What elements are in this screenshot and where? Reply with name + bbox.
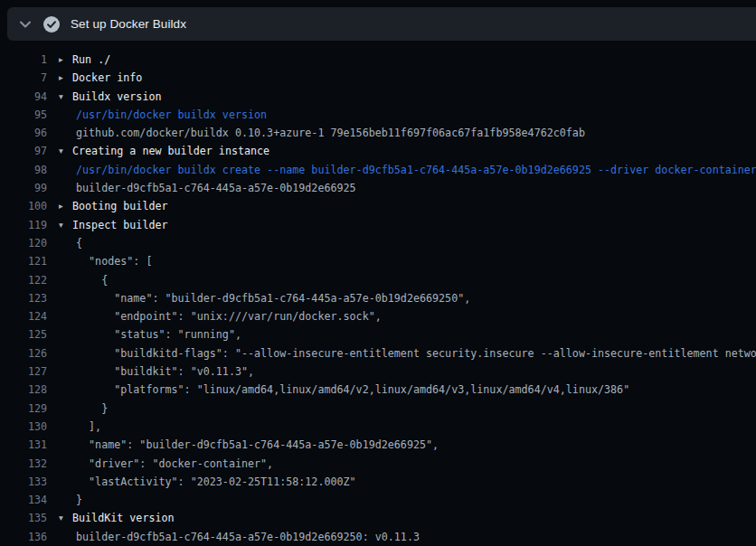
line-text: "buildkitd-flags": "--allow-insecure-ent… <box>72 344 756 362</box>
log-container: 1 ▸ Run ./ 7 ▸ Docker info 94 ▾ Buildx v… <box>0 41 756 546</box>
line-number[interactable]: 129 <box>0 400 47 418</box>
line-text: "driver": "docker-container", <box>72 455 756 473</box>
line-number[interactable]: 95 <box>0 106 47 124</box>
log-line: 96 github.com/docker/buildx 0.10.3+azure… <box>0 124 756 142</box>
toggle-icon <box>47 491 72 509</box>
toggle-icon <box>47 252 72 270</box>
toggle-icon <box>47 271 72 289</box>
line-text: "name": "builder-d9cfb5a1-c764-445a-a57e… <box>72 289 756 307</box>
line-text: "status": "running", <box>72 325 756 344</box>
toggle-icon <box>47 234 72 252</box>
line-number[interactable]: 134 <box>0 491 47 509</box>
log-line: 121 "nodes": [ <box>0 252 756 270</box>
group-title[interactable]: Booting builder <box>72 197 756 215</box>
log-line: 94 ▾ Buildx version <box>0 88 756 106</box>
line-number[interactable]: 7 <box>0 69 47 87</box>
line-text: ], <box>72 418 756 436</box>
log-line: 127 "buildkit": "v0.11.3", <box>0 362 756 381</box>
line-number[interactable]: 133 <box>0 473 47 491</box>
line-number[interactable]: 122 <box>0 271 47 289</box>
log-line: 100 ▸ Booting builder <box>0 197 756 215</box>
line-number[interactable]: 96 <box>0 124 47 142</box>
log-line: 131 "name": "builder-d9cfb5a1-c764-445a-… <box>0 436 756 454</box>
group-expanded-icon[interactable]: ▾ <box>47 216 72 234</box>
log-line: 97 ▾ Creating a new builder instance <box>0 142 756 160</box>
line-text: builder-d9cfb5a1-c764-445a-a57e-0b19d2e6… <box>72 179 756 197</box>
line-number[interactable]: 130 <box>0 418 47 436</box>
group-title[interactable]: Inspect builder <box>72 216 756 234</box>
line-number[interactable]: 120 <box>0 234 47 252</box>
line-number[interactable]: 99 <box>0 179 47 197</box>
line-text: builder-d9cfb5a1-c764-445a-a57e-0b19d2e6… <box>72 528 756 546</box>
log-line: 125 "status": "running", <box>0 325 756 344</box>
group-collapsed-icon[interactable]: ▸ <box>47 69 72 87</box>
line-text: "platforms": "linux/amd64,linux/amd64/v2… <box>72 381 756 399</box>
toggle-icon <box>47 436 72 454</box>
toggle-icon <box>47 400 72 418</box>
line-number[interactable]: 136 <box>0 528 47 546</box>
line-number[interactable]: 97 <box>0 142 47 160</box>
log-line: 133 "lastActivity": "2023-02-25T11:58:12… <box>0 473 756 491</box>
line-number[interactable]: 125 <box>0 325 47 344</box>
toggle-icon <box>47 344 72 362</box>
line-text: { <box>72 271 756 289</box>
line-number[interactable]: 123 <box>0 289 47 307</box>
group-expanded-icon[interactable]: ▾ <box>47 142 72 160</box>
step-header-row[interactable]: Set up Docker Buildx <box>7 7 756 41</box>
log-line: 119 ▾ Inspect builder <box>0 216 756 234</box>
group-title[interactable]: Run ./ <box>72 51 756 69</box>
chevron-down-icon[interactable] <box>7 21 43 28</box>
line-number[interactable]: 127 <box>0 362 47 381</box>
log-line: 130 ], <box>0 418 756 436</box>
group-title[interactable]: Docker info <box>72 69 756 87</box>
group-collapsed-icon[interactable]: ▸ <box>47 51 72 69</box>
log-line: 7 ▸ Docker info <box>0 69 756 87</box>
log-line: 1 ▸ Run ./ <box>0 51 756 69</box>
group-title[interactable]: Buildx version <box>72 88 756 106</box>
line-text: "nodes": [ <box>72 252 756 270</box>
line-number[interactable]: 131 <box>0 436 47 454</box>
log-line: 128 "platforms": "linux/amd64,linux/amd6… <box>0 381 756 399</box>
line-number[interactable]: 94 <box>0 88 47 106</box>
line-number[interactable]: 135 <box>0 509 47 527</box>
toggle-icon <box>47 161 72 179</box>
group-expanded-icon[interactable]: ▾ <box>47 88 72 106</box>
line-number[interactable]: 98 <box>0 161 47 179</box>
toggle-icon <box>47 381 72 399</box>
line-text: "name": "builder-d9cfb5a1-c764-445a-a57e… <box>72 436 756 454</box>
log-line: 134 } <box>0 491 756 509</box>
line-text: "lastActivity": "2023-02-25T11:58:12.000… <box>72 473 756 491</box>
line-text: "endpoint": "unix:///var/run/docker.sock… <box>72 307 756 325</box>
toggle-icon <box>47 325 72 344</box>
line-number[interactable]: 128 <box>0 381 47 399</box>
toggle-icon <box>47 473 72 491</box>
step-title: Set up Docker Buildx <box>71 17 186 31</box>
line-text: /usr/bin/docker buildx version <box>72 106 756 124</box>
actions-log-viewer: { "header": { "title": "Set up Docker Bu… <box>0 0 756 546</box>
log-line: 126 "buildkitd-flags": "--allow-insecure… <box>0 344 756 362</box>
line-number[interactable]: 100 <box>0 197 47 215</box>
group-title[interactable]: BuildKit version <box>72 509 756 527</box>
toggle-icon <box>47 418 72 436</box>
toggle-icon <box>47 307 72 325</box>
log-line: 124 "endpoint": "unix:///var/run/docker.… <box>0 307 756 325</box>
toggle-icon <box>47 106 72 124</box>
log-line: 136 builder-d9cfb5a1-c764-445a-a57e-0b19… <box>0 528 756 546</box>
group-expanded-icon[interactable]: ▾ <box>47 509 72 527</box>
log-lines: 1 ▸ Run ./ 7 ▸ Docker info 94 ▾ Buildx v… <box>0 51 756 546</box>
group-collapsed-icon[interactable]: ▸ <box>47 197 72 215</box>
line-number[interactable]: 124 <box>0 307 47 325</box>
log-line: 99 builder-d9cfb5a1-c764-445a-a57e-0b19d… <box>0 179 756 197</box>
toggle-icon <box>47 179 72 197</box>
line-text: } <box>72 400 756 418</box>
line-number[interactable]: 126 <box>0 344 47 362</box>
check-circle-icon <box>43 16 60 33</box>
line-number[interactable]: 121 <box>0 252 47 270</box>
line-text: github.com/docker/buildx 0.10.3+azure-1 … <box>72 124 756 142</box>
line-number[interactable]: 1 <box>0 51 47 69</box>
log-line: 120 { <box>0 234 756 252</box>
line-number[interactable]: 132 <box>0 455 47 473</box>
group-title[interactable]: Creating a new builder instance <box>72 142 756 160</box>
line-number[interactable]: 119 <box>0 216 47 234</box>
log-line: 132 "driver": "docker-container", <box>0 455 756 473</box>
